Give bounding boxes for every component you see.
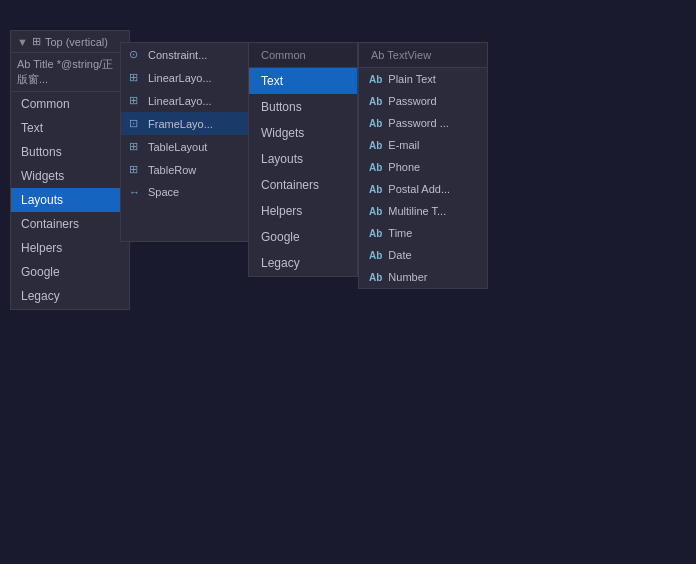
col3-header: Ab TextView [359, 43, 487, 68]
layout-item-icon: ↔ [129, 186, 143, 198]
col3-item[interactable]: AbPlain Text [359, 68, 487, 90]
ab-icon: Ab [369, 206, 382, 217]
ab-icon: Ab [369, 162, 382, 173]
ab-icon: Ab [369, 74, 382, 85]
col3-item-label: Plain Text [388, 73, 436, 85]
layout-item-icon: ⊞ [129, 163, 143, 176]
sub-panel-item[interactable]: ⊞LinearLayo... [121, 66, 259, 89]
sub-panel-item[interactable]: ⊞LinearLayo... [121, 89, 259, 112]
layout-item-icon: ⊞ [129, 94, 143, 107]
col2-item[interactable]: Helpers [249, 198, 357, 224]
main-panel-item[interactable]: Common [11, 92, 129, 116]
col3-item-label: Password ... [388, 117, 449, 129]
col3-item[interactable]: AbPostal Add... [359, 178, 487, 200]
sub-panel-item[interactable]: ⊞TableRow [121, 158, 259, 181]
col3-items-list: AbPlain TextAbPasswordAbPassword ...AbE-… [359, 68, 487, 288]
sub-item-label: TableRow [148, 164, 196, 176]
sub-item-label: Space [148, 186, 179, 198]
col2-items-list: TextButtonsWidgetsLayoutsContainersHelpe… [249, 68, 357, 276]
col3-item-label: Multiline T... [388, 205, 446, 217]
col2-item[interactable]: Legacy [249, 250, 357, 276]
main-panel-item[interactable]: Legacy [11, 284, 129, 308]
main-panel-item[interactable]: Containers [11, 212, 129, 236]
sub-panel-item[interactable]: ↔Space [121, 181, 259, 203]
main-panel-item[interactable]: Helpers [11, 236, 129, 260]
col2-item[interactable]: Google [249, 224, 357, 250]
col2-item[interactable]: Buttons [249, 94, 357, 120]
expand-arrow-icon: ▼ [17, 36, 28, 48]
ab-icon: Ab [369, 118, 382, 129]
layout-item-icon: ⊡ [129, 117, 143, 130]
layout-item-icon: ⊞ [129, 71, 143, 84]
col3-item-label: Number [388, 271, 427, 283]
sub-item-label: LinearLayo... [148, 72, 212, 84]
main-panel: ▼ ⊞ Top (vertical) Ab Title *@string/正版窗… [10, 30, 130, 310]
ab-icon: Ab [369, 96, 382, 107]
col3-item[interactable]: AbMultiline T... [359, 200, 487, 222]
layout-item-icon: ⊞ [129, 140, 143, 153]
main-panel-item[interactable]: Layouts [11, 188, 129, 212]
col3-item[interactable]: AbPassword ... [359, 112, 487, 134]
main-panel-item[interactable]: Text [11, 116, 129, 140]
col3-item-label: Password [388, 95, 436, 107]
col3-item-label: Postal Add... [388, 183, 450, 195]
ab-icon: Ab [369, 228, 382, 239]
dropdown-col3: Ab TextView AbPlain TextAbPasswordAbPass… [358, 42, 488, 289]
sub-item-label: TableLayout [148, 141, 207, 153]
col3-item-label: Phone [388, 161, 420, 173]
ab-icon: Ab [369, 184, 382, 195]
col2-item[interactable]: Containers [249, 172, 357, 198]
col3-item[interactable]: AbPassword [359, 90, 487, 112]
sub-items-list: ⊙Constraint...⊞LinearLayo...⊞LinearLayo.… [121, 43, 259, 203]
col2-header: Common [249, 43, 357, 68]
col3-item[interactable]: AbDate [359, 244, 487, 266]
col3-item-label: Date [388, 249, 411, 261]
sub-panel-item[interactable]: ⊙Constraint... [121, 43, 259, 66]
ab-icon: Ab [369, 140, 382, 151]
main-panel-item[interactable]: Buttons [11, 140, 129, 164]
col2-item[interactable]: Widgets [249, 120, 357, 146]
ab-icon: Ab [369, 272, 382, 283]
sub-panel: ⊙Constraint...⊞LinearLayo...⊞LinearLayo.… [120, 42, 260, 242]
col2-item[interactable]: Layouts [249, 146, 357, 172]
layout-item-icon: ⊙ [129, 48, 143, 61]
main-panel-header: ▼ ⊞ Top (vertical) [11, 31, 129, 53]
main-panel-title: Top (vertical) [45, 36, 108, 48]
sub-panel-item[interactable]: ⊡FrameLayo... [121, 112, 259, 135]
main-items-list: CommonTextButtonsWidgetsLayoutsContainer… [11, 92, 129, 308]
col2-item[interactable]: Text [249, 68, 357, 94]
main-panel-item[interactable]: Google [11, 260, 129, 284]
layout-icon: ⊞ [32, 35, 41, 48]
main-panel-item[interactable]: Widgets [11, 164, 129, 188]
sub-panel-item[interactable]: ⊞TableLayout [121, 135, 259, 158]
dropdown-col2: Common TextButtonsWidgetsLayoutsContaine… [248, 42, 358, 277]
col3-item[interactable]: AbE-mail [359, 134, 487, 156]
col3-item[interactable]: AbPhone [359, 156, 487, 178]
title-row: Ab Title *@string/正版窗... [11, 53, 129, 92]
col3-item-label: Time [388, 227, 412, 239]
sub-item-label: LinearLayo... [148, 95, 212, 107]
col3-item[interactable]: AbTime [359, 222, 487, 244]
ab-icon: Ab [369, 250, 382, 261]
sub-item-label: FrameLayo... [148, 118, 213, 130]
col3-item[interactable]: AbNumber [359, 266, 487, 288]
col3-item-label: E-mail [388, 139, 419, 151]
sub-item-label: Constraint... [148, 49, 207, 61]
